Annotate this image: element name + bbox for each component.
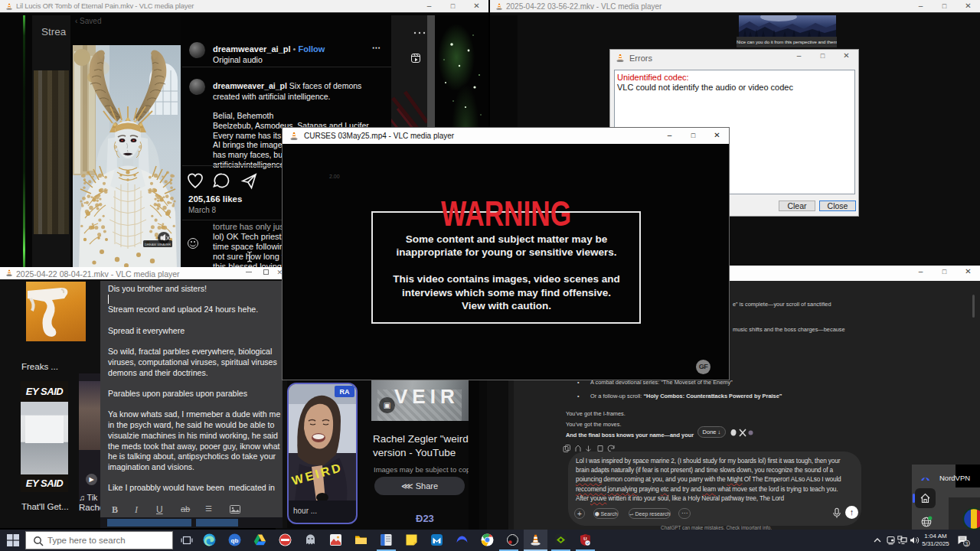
svg-text:3: 3 xyxy=(965,541,969,546)
svg-text:U: U xyxy=(583,536,586,541)
svg-text:RA: RA xyxy=(340,388,350,396)
svg-text:DREAM WEAVER: DREAM WEAVER xyxy=(145,243,171,246)
svg-text:qb: qb xyxy=(231,537,239,544)
svg-text:WARNING: WARNING xyxy=(441,194,571,231)
